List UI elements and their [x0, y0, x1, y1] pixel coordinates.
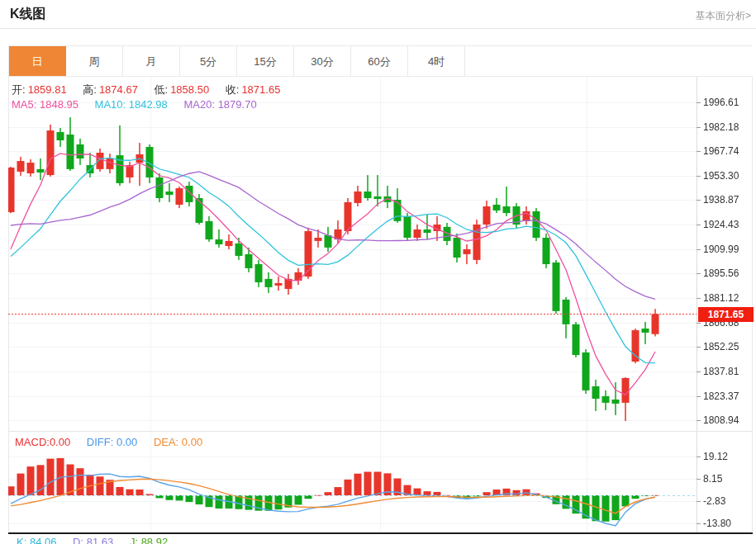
macd-label: MACD: [15, 436, 50, 448]
close-label: 收: [226, 83, 240, 96]
price-axis-label: 1837.81 [703, 366, 739, 377]
ma20-value: 1879.70 [218, 98, 257, 111]
j-label: J: [130, 536, 138, 544]
tab-15min[interactable]: 15分 [237, 46, 294, 76]
k-value: 84.06 [30, 536, 57, 544]
tab-week[interactable]: 周 [66, 46, 123, 76]
ohlc-legend: 开:1859.81 高:1874.67 低:1858.50 收:1871.65 [12, 83, 293, 97]
price-axis-label: 1909.99 [703, 244, 739, 255]
high-value: 1874.67 [99, 83, 138, 96]
ma5-value: 1848.95 [40, 98, 78, 111]
ma20-label: MA20: [183, 98, 215, 111]
price-axis-label: 1996.61 [703, 97, 739, 108]
open-label: 开: [12, 83, 26, 96]
d-label: D: [73, 536, 83, 544]
price-axis-label: 1924.43 [703, 219, 739, 230]
ma-legend: MA5: 1848.95 MA10: 1842.98 MA20: 1879.70 [12, 98, 270, 111]
dea-label: DEA: [154, 436, 178, 448]
page-title: K线图 [10, 6, 46, 23]
fundamental-analysis-link[interactable]: 基本面分析> [696, 9, 751, 23]
macd-axis-label: -2.83 [703, 495, 725, 507]
price-axis-label: 1953.30 [703, 170, 739, 182]
d-value: 81.63 [87, 536, 114, 544]
diff-value: 0.00 [116, 436, 137, 448]
low-value: 1858.50 [170, 83, 209, 96]
header-divider [0, 28, 756, 29]
macd-axis-label: 19.12 [703, 451, 728, 462]
price-axis-label: 1808.94 [703, 414, 739, 426]
high-label: 高: [83, 83, 97, 96]
tab-4hour[interactable]: 4时 [408, 46, 465, 76]
timeframe-tabbar: 日 周 月 5分 15分 30分 60分 4时 [8, 45, 753, 77]
dea-value: 0.00 [182, 436, 202, 448]
price-axis-label: 1982.18 [703, 121, 739, 133]
low-label: 低: [155, 83, 169, 96]
j-value: 88.92 [141, 536, 169, 544]
tab-day[interactable]: 日 [9, 46, 66, 76]
macd-value: 0.00 [50, 436, 70, 448]
price-axis-label: 1967.74 [703, 145, 739, 157]
current-price-badge: 1871.65 [698, 307, 754, 322]
k-label: K: [17, 536, 26, 544]
diff-label: DIFF: [87, 436, 114, 448]
kdj-legend-clipped: K: 84.06 D: 81.63 J: 88.92 [17, 536, 181, 544]
macd-axis-label: -13.80 [703, 518, 731, 529]
price-axis-label: 1852.25 [703, 341, 739, 352]
tab-month[interactable]: 月 [123, 46, 180, 76]
price-axis-label: 1938.87 [703, 194, 739, 206]
macd-axis-label: 8.15 [703, 473, 722, 485]
tab-5min[interactable]: 5分 [180, 46, 237, 76]
macd-legend: MACD:0.00 DIFF: 0.00 DEA: 0.00 [15, 436, 216, 448]
ma10-value: 1842.98 [129, 98, 168, 111]
ma5-label: MA5: [12, 98, 36, 111]
price-axis-label: 1881.12 [703, 292, 739, 304]
price-axis-label: 1823.37 [703, 390, 739, 402]
open-value: 1859.81 [28, 83, 67, 96]
candlestick-chart-canvas[interactable] [0, 0, 756, 544]
price-axis-label: 1895.56 [703, 267, 739, 279]
close-value: 1871.65 [241, 83, 280, 96]
kline-page: { "header": { "title": "K线图", "link_labe… [0, 0, 756, 544]
tab-30min[interactable]: 30分 [294, 46, 351, 76]
ma10-label: MA10: [95, 98, 126, 111]
tab-60min[interactable]: 60分 [351, 46, 408, 76]
